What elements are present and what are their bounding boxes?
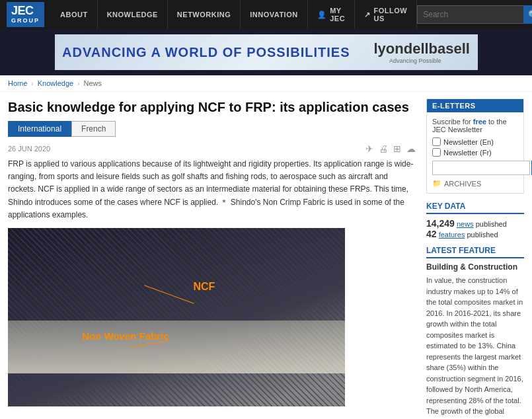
newsletter-en-label: Newsletter (En) (443, 138, 494, 146)
news-link[interactable]: news (457, 220, 474, 228)
banner: ADVANCING A WORLD OF POSSIBILITIES lyond… (0, 29, 532, 75)
nav-items: ABOUT KNOWLEDGE NETWORKING INNOVATION 👤 … (51, 0, 417, 29)
logo[interactable]: jec GROUP (7, 2, 44, 27)
archive-icon: 📁 (432, 179, 441, 188)
breadcrumb-knowledge[interactable]: Knowledge (38, 79, 73, 87)
eletter-desc-pre: Suscribe for (432, 118, 473, 126)
grid-icon[interactable]: ⊞ (393, 143, 401, 154)
breadcrumb: Home › Knowledge › News (0, 75, 532, 92)
banner-sub: Advancing Possible (360, 57, 470, 64)
nav-innovation[interactable]: INNOVATION (241, 0, 307, 29)
ncf-label: NCF (194, 281, 215, 293)
newsletter-fr-row: Newsletter (Fr) (432, 148, 518, 157)
feature-title: Building & Construction (426, 262, 524, 272)
nav-my-jec[interactable]: 👤 MY JEC (308, 0, 355, 29)
lang-tabs: International French (8, 121, 416, 137)
article-date: 26 JUN 2020 (8, 145, 50, 153)
tab-french[interactable]: French (71, 121, 116, 137)
article-col: Basic knowledge for applying NCF to FRP:… (8, 92, 416, 419)
latest-feature-section: LATEST FEATURE Building & Construction I… (426, 246, 524, 419)
navbar: jec GROUP ABOUT KNOWLEDGE NETWORKING INN… (0, 0, 532, 29)
nav-follow-us[interactable]: ↗ FOLLOW US (355, 0, 417, 29)
newsletter-en-row: Newsletter (En) (432, 137, 518, 146)
eletters-body: Suscribe for free to the JEC Newsletter … (427, 112, 523, 193)
news-count-row: 14,249 news published (426, 218, 524, 229)
search-icon: 🔍 (528, 10, 532, 20)
tab-international[interactable]: International (8, 121, 71, 137)
feature-body: In value, the construction industry make… (426, 275, 524, 419)
person-icon: 👤 (317, 11, 327, 19)
features-count-row: 42 features published (426, 229, 524, 239)
nav-networking[interactable]: NETWORKING (168, 0, 241, 29)
rss-icon[interactable]: ☁ (406, 143, 416, 154)
search-button[interactable]: 🔍 (523, 5, 532, 24)
email-row: OK (432, 161, 518, 175)
archives-link[interactable]: 📁 ARCHIVES (432, 179, 518, 188)
logo-area[interactable]: jec GROUP (0, 0, 51, 29)
fabric-texture (8, 228, 345, 406)
print-icon[interactable]: 🖨 (379, 143, 388, 154)
nav-follow-us-label: FOLLOW US (374, 7, 408, 22)
archives-label: ARCHIVES (444, 180, 481, 188)
banner-text: ADVANCING A WORLD OF POSSIBILITIES (62, 45, 350, 60)
fabric-light (8, 321, 345, 373)
article-image: NCF Non Woven Fabric (8, 228, 345, 406)
features-count: 42 (426, 229, 437, 239)
logo-group: GROUP (11, 18, 40, 24)
eletters-header: E-LETTERS (427, 99, 523, 112)
meta-icons: ✈ 🖨 ⊞ ☁ (365, 143, 416, 154)
key-data-body: 14,249 news published 42 features publis… (426, 218, 524, 239)
email-input[interactable] (432, 161, 530, 175)
features-suffix-text: published (467, 231, 498, 239)
eletter-desc-free: free (473, 118, 486, 126)
main-container: Basic knowledge for applying NCF to FRP:… (0, 92, 532, 419)
search-input[interactable] (418, 10, 523, 19)
share-meta-icon[interactable]: ✈ (365, 143, 373, 154)
share-icon: ↗ (364, 11, 371, 19)
nav-search: 🔍 (417, 5, 532, 24)
latest-feature-header: LATEST FEATURE (426, 246, 524, 258)
eletters-box: E-LETTERS Suscribe for free to the JEC N… (426, 98, 524, 194)
key-data-header: KEY DATA (426, 202, 524, 214)
article-meta: 26 JUN 2020 ✈ 🖨 ⊞ ☁ (8, 143, 416, 154)
nav-about[interactable]: ABOUT (51, 0, 98, 29)
breadcrumb-home[interactable]: Home (8, 79, 27, 87)
features-link[interactable]: features (439, 231, 465, 239)
search-box: 🔍 (417, 5, 532, 24)
article-title: Basic knowledge for applying NCF to FRP:… (8, 98, 416, 116)
sidebar: E-LETTERS Suscribe for free to the JEC N… (426, 92, 524, 419)
logo-jec: jec (11, 5, 40, 18)
nav-my-jec-label: MY JEC (330, 7, 345, 22)
breadcrumb-news: News (83, 79, 102, 87)
breadcrumb-sep-2: › (77, 80, 79, 87)
article-body: FRP is applied to various applications b… (8, 158, 416, 221)
breadcrumb-sep-1: › (31, 80, 33, 87)
nwf-label: Non Woven Fabric (82, 330, 169, 342)
newsletter-fr-checkbox[interactable] (432, 148, 441, 157)
nav-knowledge[interactable]: KNOWLEDGE (98, 0, 168, 29)
newsletter-en-checkbox[interactable] (432, 137, 441, 146)
news-suffix-text: published (476, 220, 507, 228)
newsletter-fr-label: Newsletter (Fr) (443, 149, 492, 157)
key-data-section: KEY DATA 14,249 news published 42 featur… (426, 202, 524, 239)
eletter-desc: Suscribe for free to the JEC Newsletter (432, 118, 518, 133)
news-count: 14,249 (426, 218, 455, 229)
banner-inner: ADVANCING A WORLD OF POSSIBILITIES lyond… (55, 34, 478, 70)
banner-brand: lyondellbasell (373, 40, 470, 57)
